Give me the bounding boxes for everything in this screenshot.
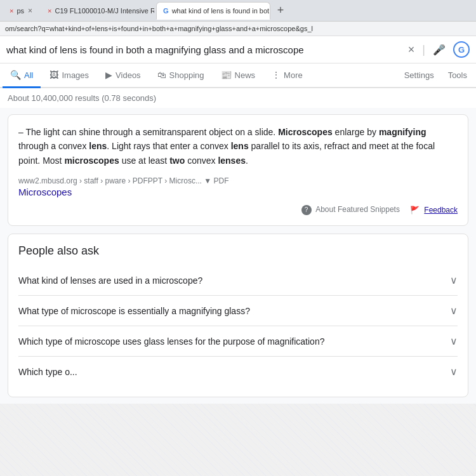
about-snippets: ? About Featured Snippets	[301, 205, 400, 215]
tab-google-label: what kind of lens is found in bot	[172, 7, 269, 15]
divider: |	[422, 43, 425, 56]
featured-snippet: – The light can shine through a semitran…	[8, 114, 468, 226]
settings-link[interactable]: Settings	[398, 64, 440, 86]
snippet-bold-lens2: lens	[231, 141, 249, 151]
tab-ps-icon: ×	[10, 7, 13, 15]
tab-c19-label: C19 FL1000010-M/J Intensive R	[55, 7, 155, 15]
ask-q1-text: What kind of lenses are used in a micros…	[18, 275, 202, 286]
snippet-source: www2.mbusd.org › staff › pware › PDFPPT …	[18, 176, 458, 197]
search-clear-button[interactable]: ×	[408, 43, 415, 56]
search-actions: × | 🎤 G	[408, 41, 470, 58]
ask-item-q1[interactable]: What kind of lenses are used in a micros…	[18, 265, 458, 295]
ask-q2-chevron-icon: ∨	[450, 305, 458, 317]
tab-google[interactable]: G what kind of lens is found in bot ×	[156, 2, 270, 20]
images-icon: 🖼	[50, 70, 58, 80]
tools-link[interactable]: Tools	[442, 64, 473, 86]
people-also-ask-title: People also ask	[18, 244, 458, 258]
tab-ps[interactable]: × ps ×	[3, 2, 39, 20]
nav-tab-images-label: Images	[62, 70, 89, 80]
nav-tab-videos[interactable]: ▶ Videos	[98, 63, 149, 88]
snippet-bold-microscopes2: microscopes	[64, 155, 119, 166]
ask-item-q2[interactable]: What type of microscope is essentially a…	[18, 295, 458, 326]
question-mark-icon: ?	[301, 205, 312, 215]
tab-new-button[interactable]: +	[272, 2, 289, 20]
voice-search-button[interactable]: 🎤	[433, 44, 446, 56]
nav-tab-videos-label: Videos	[116, 70, 141, 80]
tab-c19-icon: ×	[48, 7, 51, 15]
address-bar[interactable]: om/search?q=what+kind+of+lens+is+found+i…	[0, 22, 476, 36]
ask-q3-text: Which type of microscope uses glass lens…	[18, 336, 324, 347]
ask-q4-chevron-icon: ∨	[450, 366, 458, 378]
search-nav-tabs: 🔍 All 🖼 Images ▶ Videos 🛍 Shopping 📰 New…	[0, 63, 476, 88]
snippet-text7: convex	[185, 155, 218, 166]
ask-item-q3[interactable]: Which type of microscope uses glass lens…	[18, 326, 458, 356]
nav-tab-all[interactable]: 🔍 All	[3, 63, 41, 88]
ask-q1-chevron-icon: ∨	[450, 274, 458, 286]
nav-tab-news-label: News	[235, 70, 256, 80]
search-input[interactable]	[6, 44, 408, 55]
nav-tab-shopping-label: Shopping	[169, 70, 204, 80]
search-row: × | 🎤 G	[0, 36, 476, 63]
snippet-bold-two: two	[169, 155, 185, 166]
nav-tab-images[interactable]: 🖼 Images	[42, 63, 96, 88]
google-lens-button[interactable]: G	[453, 41, 470, 58]
snippet-text6: use at least	[119, 155, 169, 166]
snippet-dash: –	[18, 127, 23, 137]
ask-item-q4[interactable]: Which type o... ∨	[18, 356, 458, 387]
ask-q4-text: Which type o...	[18, 367, 77, 377]
all-icon: 🔍	[10, 70, 21, 80]
results-count: About 10,400,000 results (0.78 seconds)	[0, 88, 476, 108]
results-count-text: About 10,400,000 results (0.78 seconds)	[8, 93, 156, 103]
snippet-text: – The light can shine through a semitran…	[18, 125, 458, 168]
snippet-bold-lenses: lenses	[218, 155, 246, 166]
snippet-bold-magnifying: magnifying	[379, 127, 426, 137]
people-also-ask-section: People also ask What kind of lenses are …	[8, 234, 468, 397]
more-icon: ⋮	[272, 70, 281, 80]
snippet-text8: .	[246, 155, 248, 166]
snippet-text4: . Light rays that enter a convex	[107, 141, 230, 151]
news-icon: 📰	[221, 70, 232, 80]
address-bar-text: om/search?q=what+kind+of+lens+is+found+i…	[5, 25, 313, 32]
tab-google-icon: G	[163, 7, 169, 15]
about-snippets-text: About Featured Snippets	[315, 205, 400, 214]
snippet-footer: ? About Featured Snippets 🚩 Feedback	[18, 205, 458, 215]
snippet-bold-microscopes: Microscopes	[278, 127, 333, 137]
snippet-text-before: The light can shine through a semitransp…	[23, 127, 278, 137]
feedback-text[interactable]: Feedback	[424, 206, 458, 215]
nav-tab-news[interactable]: 📰 News	[213, 63, 263, 88]
snippet-text3: through a convex	[18, 141, 89, 151]
videos-icon: ▶	[105, 70, 112, 80]
tab-c19[interactable]: × C19 FL1000010-M/J Intensive R ×	[41, 2, 155, 20]
main-content: – The light can shine through a semitran…	[0, 108, 476, 404]
ask-q2-text: What type of microscope is essentially a…	[18, 306, 250, 316]
nav-tab-all-label: All	[24, 70, 33, 80]
snippet-text2: enlarge by	[333, 127, 379, 137]
snippet-source-breadcrumb: www2.mbusd.org › staff › pware › PDFPPT …	[18, 176, 229, 185]
nav-tab-more-label: More	[284, 70, 303, 80]
tab-ps-label: ps	[17, 7, 24, 15]
nav-tab-more[interactable]: ⋮ More	[264, 63, 310, 88]
nav-tab-shopping[interactable]: 🛍 Shopping	[150, 63, 212, 88]
snippet-source-link[interactable]: Microscopes	[18, 187, 458, 197]
ask-q3-chevron-icon: ∨	[450, 335, 458, 347]
feedback-flag-icon: 🚩	[410, 206, 420, 215]
snippet-bold-lens1: lens	[89, 141, 107, 151]
browser-tab-bar: × ps × × C19 FL1000010-M/J Intensive R ×…	[0, 0, 476, 22]
tab-ps-close[interactable]: ×	[28, 6, 32, 15]
shopping-icon: 🛍	[157, 70, 166, 80]
feedback-link[interactable]: 🚩 Feedback	[410, 206, 458, 215]
